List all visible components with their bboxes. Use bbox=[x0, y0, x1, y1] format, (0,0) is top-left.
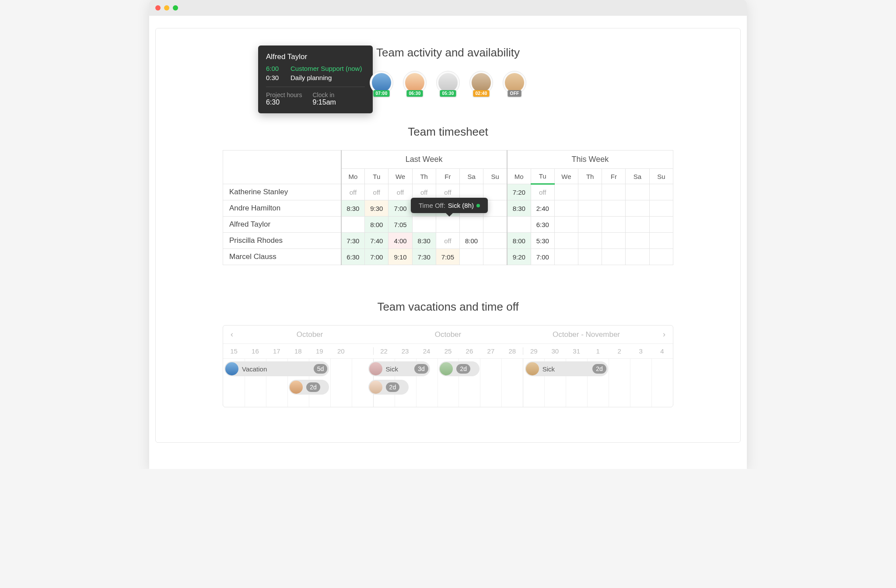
timesheet-cell[interactable] bbox=[649, 249, 673, 265]
ts-tooltip-label: Time Off: bbox=[419, 202, 445, 209]
timesheet-cell[interactable]: 7:30 bbox=[341, 233, 365, 249]
timesheet-cell[interactable]: 8:00 bbox=[460, 233, 483, 249]
vacation-pill[interactable]: 2d bbox=[368, 380, 409, 395]
timesheet-cell[interactable] bbox=[483, 217, 507, 233]
status-dot-icon bbox=[476, 204, 480, 207]
vacations-title: Team vacations and time off bbox=[156, 300, 740, 314]
timesheet-cell[interactable] bbox=[578, 217, 602, 233]
time-badge: OFF bbox=[508, 90, 522, 97]
timesheet-cell[interactable] bbox=[649, 233, 673, 249]
team-avatar[interactable]: 02:40 bbox=[469, 71, 493, 94]
timesheet-cell[interactable]: 8:30 bbox=[341, 200, 365, 217]
timesheet-cell[interactable]: 8:30 bbox=[507, 200, 531, 217]
window-maximize-icon[interactable] bbox=[173, 5, 178, 10]
timesheet-cell[interactable]: 7:00 bbox=[531, 249, 554, 265]
timesheet-cell[interactable] bbox=[483, 233, 507, 249]
day-number: 18 bbox=[287, 347, 309, 355]
timesheet-cell[interactable]: 5:30 bbox=[531, 233, 554, 249]
timesheet-cell[interactable] bbox=[483, 184, 507, 200]
timesheet-cell[interactable] bbox=[412, 217, 436, 233]
timesheet-cell[interactable] bbox=[626, 249, 649, 265]
timesheet-cell[interactable] bbox=[436, 217, 459, 233]
avatar-icon bbox=[225, 362, 238, 375]
timesheet-cell[interactable] bbox=[602, 217, 626, 233]
timesheet-cell[interactable] bbox=[649, 217, 673, 233]
timesheet-cell[interactable] bbox=[554, 217, 578, 233]
timesheet-cell[interactable]: 6:30 bbox=[341, 249, 365, 265]
day-number: 27 bbox=[480, 347, 501, 355]
timesheet-cell[interactable]: 4:00 bbox=[388, 233, 412, 249]
pill-label: Sick bbox=[386, 365, 411, 373]
avatar-icon bbox=[472, 73, 491, 92]
title-bar bbox=[149, 0, 747, 16]
timesheet-cell[interactable]: off bbox=[388, 184, 412, 200]
timesheet-cell[interactable] bbox=[483, 249, 507, 265]
timesheet-cell[interactable]: 8:00 bbox=[507, 233, 531, 249]
vacation-pill[interactable]: 2d bbox=[439, 361, 479, 376]
timesheet-cell[interactable] bbox=[602, 233, 626, 249]
timesheet-cell[interactable] bbox=[602, 249, 626, 265]
timesheet-cell[interactable]: 6:30 bbox=[531, 217, 554, 233]
timesheet-cell[interactable]: 7:40 bbox=[365, 233, 388, 249]
timesheet-cell[interactable]: off bbox=[436, 233, 459, 249]
day-number: 29 bbox=[523, 347, 544, 355]
prev-week-button[interactable]: ‹ bbox=[223, 330, 241, 339]
team-avatar[interactable]: OFF bbox=[503, 71, 526, 94]
window-minimize-icon[interactable] bbox=[164, 5, 169, 10]
person-name[interactable]: Katherine Stanley bbox=[223, 184, 341, 200]
timesheet-cell[interactable]: 7:20 bbox=[507, 184, 531, 200]
timesheet-cell[interactable] bbox=[578, 200, 602, 217]
timesheet-cell[interactable] bbox=[578, 233, 602, 249]
timesheet-cell[interactable] bbox=[602, 200, 626, 217]
timesheet-cell[interactable] bbox=[341, 217, 365, 233]
timesheet-cell[interactable] bbox=[626, 200, 649, 217]
window-close-icon[interactable] bbox=[155, 5, 161, 10]
next-week-button[interactable]: › bbox=[655, 330, 673, 339]
timesheet-cell[interactable]: 7:00 bbox=[388, 200, 412, 217]
vacation-pill[interactable]: Vacation 5d bbox=[224, 361, 329, 376]
timesheet-cell[interactable]: off bbox=[341, 184, 365, 200]
timesheet-cell[interactable] bbox=[554, 200, 578, 217]
timesheet-cell[interactable] bbox=[626, 233, 649, 249]
timesheet-cell[interactable]: off bbox=[531, 184, 554, 200]
timesheet-cell[interactable]: 8:00 bbox=[365, 217, 388, 233]
timesheet-cell[interactable] bbox=[460, 249, 483, 265]
timesheet-cell[interactable]: 8:30 bbox=[412, 233, 436, 249]
timesheet-cell[interactable]: 9:10 bbox=[388, 249, 412, 265]
avatar-icon bbox=[440, 362, 453, 375]
timesheet-cell[interactable] bbox=[578, 249, 602, 265]
team-avatar[interactable]: 05:30 bbox=[436, 71, 460, 94]
timesheet-cell[interactable]: 9:20 bbox=[507, 249, 531, 265]
team-avatar[interactable]: 06:30 bbox=[403, 71, 427, 94]
timesheet-cell[interactable] bbox=[602, 184, 626, 200]
timesheet-cell[interactable]: off bbox=[365, 184, 388, 200]
timesheet-cell[interactable] bbox=[507, 217, 531, 233]
vacation-pill[interactable]: 2d bbox=[289, 380, 329, 395]
timesheet-cell[interactable] bbox=[626, 184, 649, 200]
vacation-pill[interactable]: Sick 3d bbox=[368, 361, 430, 376]
tooltip-current-time: 6:00 bbox=[266, 65, 284, 72]
team-avatar[interactable]: 07:00 bbox=[370, 71, 393, 94]
timesheet-cell[interactable] bbox=[554, 249, 578, 265]
person-name[interactable]: Priscilla Rhodes bbox=[223, 233, 341, 249]
timesheet-cell[interactable] bbox=[578, 184, 602, 200]
timesheet-cell[interactable]: 7:05 bbox=[388, 217, 412, 233]
timesheet-cell[interactable] bbox=[626, 217, 649, 233]
timesheet-cell[interactable]: 7:30 bbox=[412, 249, 436, 265]
timesheet-cell[interactable] bbox=[554, 184, 578, 200]
day-header: Sa bbox=[626, 169, 649, 184]
timesheet-cell[interactable] bbox=[460, 217, 483, 233]
timesheet-cell[interactable] bbox=[649, 184, 673, 200]
person-name[interactable]: Alfred Taylor bbox=[223, 217, 341, 233]
timesheet-cell[interactable]: 9:30 bbox=[365, 200, 388, 217]
vacation-pill[interactable]: Sick 2d bbox=[525, 361, 608, 376]
timesheet-cell[interactable]: 2:40 bbox=[531, 200, 554, 217]
day-header: Th bbox=[578, 169, 602, 184]
person-name[interactable]: Marcel Clauss bbox=[223, 249, 341, 265]
day-number: 15 bbox=[223, 347, 245, 355]
person-name[interactable]: Andre Hamilton bbox=[223, 200, 341, 217]
timesheet-cell[interactable]: 7:05 bbox=[436, 249, 459, 265]
timesheet-cell[interactable] bbox=[649, 200, 673, 217]
timesheet-cell[interactable] bbox=[554, 233, 578, 249]
timesheet-cell[interactable]: 7:00 bbox=[365, 249, 388, 265]
